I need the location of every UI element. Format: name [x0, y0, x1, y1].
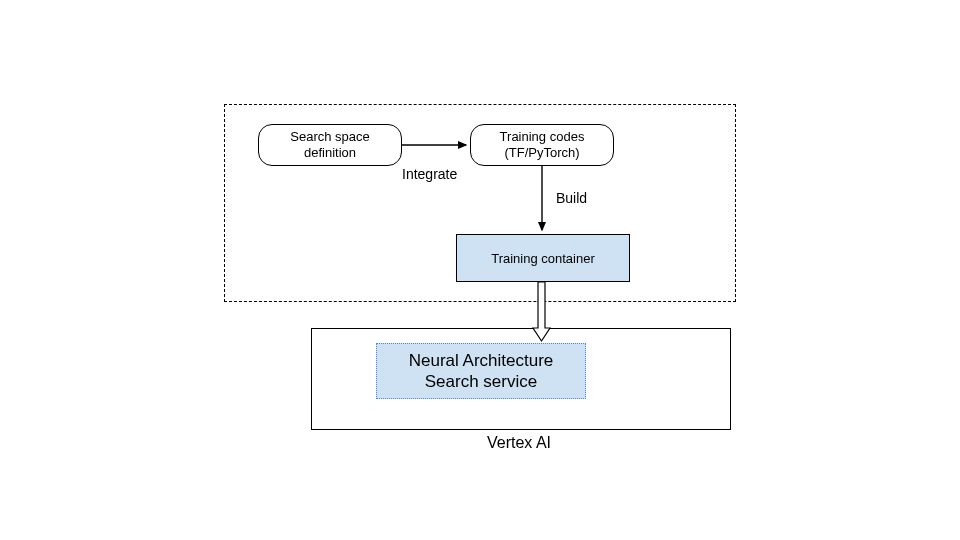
node-search-space: Search space definition: [258, 124, 402, 166]
node-training-container: Training container: [456, 234, 630, 282]
node-nas-service-label: Neural Architecture Search service: [409, 350, 554, 393]
node-nas-service: Neural Architecture Search service: [376, 343, 586, 399]
edge-label-integrate: Integrate: [402, 166, 457, 182]
nas-workflow-diagram: Search space definition Training codes (…: [0, 0, 960, 540]
node-training-codes-label: Training codes (TF/PyTorch): [500, 129, 585, 160]
edge-label-build: Build: [556, 190, 587, 206]
node-training-container-label: Training container: [491, 251, 595, 266]
vertex-ai-label: Vertex AI: [487, 434, 551, 452]
node-training-codes: Training codes (TF/PyTorch): [470, 124, 614, 166]
node-search-space-label: Search space definition: [290, 129, 370, 160]
